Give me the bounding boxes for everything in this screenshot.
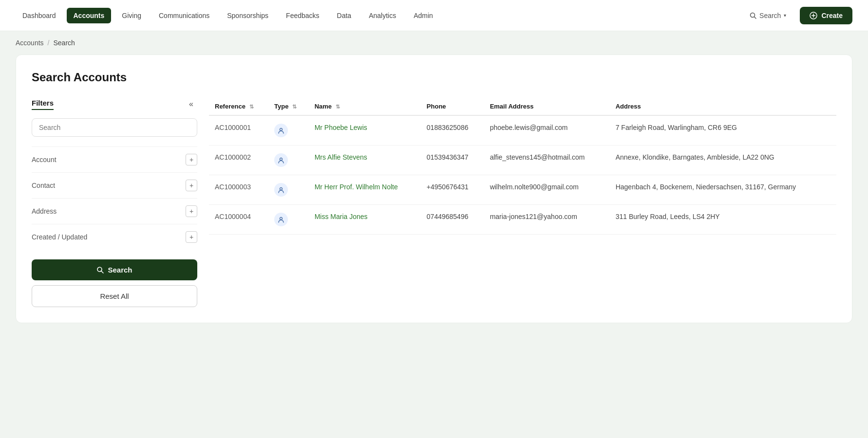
reset-button[interactable]: Reset All	[32, 285, 197, 307]
nav-analytics[interactable]: Analytics	[362, 8, 403, 23]
cell-phone: 07449685496	[421, 205, 484, 235]
filters-header: Filters «	[32, 98, 197, 110]
col-type[interactable]: Type ⇅	[268, 98, 309, 115]
filter-section-account[interactable]: Account +	[32, 146, 197, 172]
table-row[interactable]: AC1000001 Mr Phoebe Lewis 01883625086 ph…	[209, 115, 836, 146]
filters-panel: Filters « Account + Contact	[32, 98, 197, 307]
cell-address: 7 Farleigh Road, Warlingham, CR6 9EG	[610, 115, 836, 146]
filter-search-input[interactable]	[32, 118, 197, 137]
person-icon	[274, 124, 288, 137]
filter-section-address[interactable]: Address +	[32, 198, 197, 224]
cell-reference: AC1000003	[209, 175, 268, 205]
results-area: Reference ⇅ Type ⇅ Name ⇅	[209, 98, 836, 307]
filter-section-created-updated[interactable]: Created / Updated +	[32, 224, 197, 250]
main-content: Search Accounts Filters « Account +	[0, 55, 868, 339]
sort-type-icon: ⇅	[292, 104, 297, 110]
search-button[interactable]: Search	[32, 259, 197, 280]
nav-search-button[interactable]: Search ▾	[742, 8, 794, 23]
cell-address: Hagenbach 4, Bockenem, Niedersachsen, 31…	[610, 175, 836, 205]
cell-type	[268, 205, 309, 235]
table-header-row: Reference ⇅ Type ⇅ Name ⇅	[209, 98, 836, 115]
filter-section-contact[interactable]: Contact +	[32, 172, 197, 198]
nav-feedbacks[interactable]: Feedbacks	[279, 8, 326, 23]
page-card: Search Accounts Filters « Account +	[16, 55, 852, 323]
cell-name[interactable]: Mr Phoebe Lewis	[309, 115, 421, 146]
nav-sponsorships[interactable]: Sponsorships	[220, 8, 275, 23]
person-icon	[274, 153, 288, 167]
filter-address-label: Address	[32, 207, 57, 215]
cell-email: maria-jones121@yahoo.com	[484, 205, 610, 235]
cell-reference: AC1000004	[209, 205, 268, 235]
col-reference[interactable]: Reference ⇅	[209, 98, 268, 115]
chevron-down-icon: ▾	[784, 13, 786, 18]
col-phone: Phone	[421, 98, 484, 115]
cell-reference: AC1000001	[209, 115, 268, 146]
nav-accounts[interactable]: Accounts	[67, 8, 112, 23]
accounts-table: Reference ⇅ Type ⇅ Name ⇅	[209, 98, 836, 235]
filter-account-label: Account	[32, 156, 57, 164]
search-btn-icon	[96, 266, 104, 274]
plus-icon: +	[189, 156, 193, 164]
cell-reference: AC1000002	[209, 146, 268, 175]
breadcrumb-search: Search	[53, 39, 75, 47]
cell-address: 311 Burley Road, Leeds, LS4 2HY	[610, 205, 836, 235]
cell-phone: 01539436347	[421, 146, 484, 175]
plus-circle-icon	[810, 12, 817, 19]
cell-phone: 01883625086	[421, 115, 484, 146]
nav-links: Dashboard Accounts Giving Communications…	[16, 8, 440, 23]
svg-point-7	[280, 128, 283, 131]
cell-type	[268, 146, 309, 175]
filter-created-updated-label: Created / Updated	[32, 233, 87, 241]
double-chevron-left-icon: «	[189, 100, 193, 108]
col-name[interactable]: Name ⇅	[309, 98, 421, 115]
table-row[interactable]: AC1000004 Miss Maria Jones 07449685496 m…	[209, 205, 836, 235]
cell-name[interactable]: Miss Maria Jones	[309, 205, 421, 235]
filter-account-expand[interactable]: +	[186, 154, 197, 165]
cell-address: Annexe, Klondike, Barngates, Ambleside, …	[610, 146, 836, 175]
plus-icon: +	[189, 233, 193, 241]
cell-type	[268, 115, 309, 146]
breadcrumb: Accounts / Search	[0, 31, 868, 55]
create-button[interactable]: Create	[800, 7, 852, 24]
nav-admin[interactable]: Admin	[407, 8, 440, 23]
collapse-filters-button[interactable]: «	[185, 98, 197, 110]
filter-created-updated-expand[interactable]: +	[186, 231, 197, 243]
filter-address-expand[interactable]: +	[186, 205, 197, 217]
filter-contact-expand[interactable]: +	[186, 180, 197, 191]
breadcrumb-accounts[interactable]: Accounts	[16, 39, 44, 47]
cell-email: alfie_stevens145@hotmail.com	[484, 146, 610, 175]
plus-icon: +	[189, 182, 193, 189]
sort-reference-icon: ⇅	[249, 104, 254, 110]
col-address: Address	[610, 98, 836, 115]
cell-name[interactable]: Mrs Alfie Stevens	[309, 146, 421, 175]
cell-email: wilhelm.nolte900@gmail.com	[484, 175, 610, 205]
svg-point-8	[280, 158, 283, 161]
nav-dashboard[interactable]: Dashboard	[16, 8, 63, 23]
svg-line-1	[755, 17, 756, 18]
filter-search-wrap	[32, 118, 197, 137]
nav-data[interactable]: Data	[330, 8, 359, 23]
plus-icon: +	[189, 207, 193, 215]
filters-title: Filters	[32, 99, 54, 110]
table-row[interactable]: AC1000002 Mrs Alfie Stevens 01539436347 …	[209, 146, 836, 175]
nav-right: Search ▾ Create	[742, 7, 852, 24]
cell-email: phoebe.lewis@gmail.com	[484, 115, 610, 146]
cell-phone: +4950676431	[421, 175, 484, 205]
person-icon	[274, 183, 288, 197]
content-area: Filters « Account + Contact	[32, 98, 836, 307]
search-icon	[750, 12, 756, 19]
svg-line-6	[101, 271, 103, 273]
col-email: Email Address	[484, 98, 610, 115]
table-row[interactable]: AC1000003 Mr Herr Prof. Wilhelm Nolte +4…	[209, 175, 836, 205]
sort-name-icon: ⇅	[336, 104, 340, 110]
svg-point-9	[280, 188, 283, 190]
person-icon	[274, 213, 288, 226]
navbar: Dashboard Accounts Giving Communications…	[0, 0, 868, 31]
cell-type	[268, 175, 309, 205]
svg-point-10	[280, 218, 283, 220]
nav-giving[interactable]: Giving	[115, 8, 148, 23]
page-title: Search Accounts	[32, 71, 836, 84]
nav-communications[interactable]: Communications	[152, 8, 216, 23]
filter-contact-label: Contact	[32, 182, 55, 189]
cell-name[interactable]: Mr Herr Prof. Wilhelm Nolte	[309, 175, 421, 205]
